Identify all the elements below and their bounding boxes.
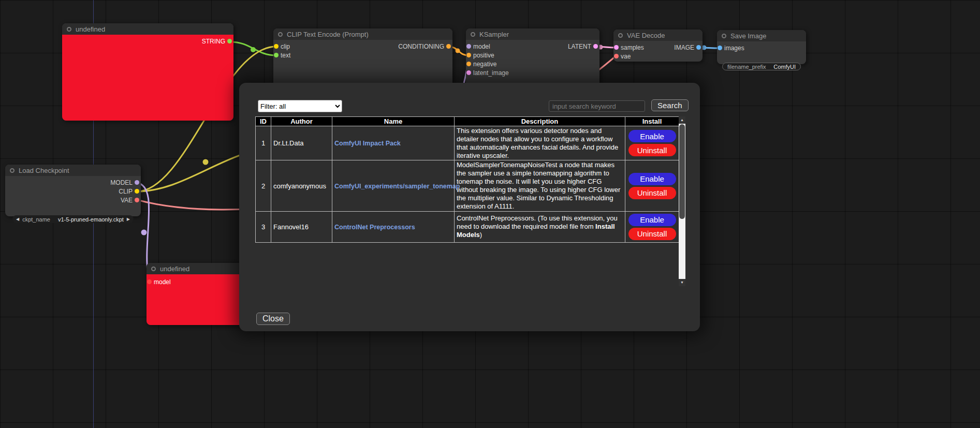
enable-button[interactable]: Enable — [628, 214, 676, 226]
image-slot-icon[interactable] — [696, 45, 701, 50]
output-slot-conditioning[interactable]: CONDITIONING — [398, 43, 444, 50]
ckpt-name-widget[interactable]: ◀ ckpt_name v1-5-pruned-emaonly.ckpt ▶ — [12, 215, 134, 223]
node-title-bar[interactable]: KSampler — [466, 28, 599, 40]
slot-row: positive — [466, 51, 599, 60]
collapse-dot-icon[interactable] — [10, 168, 14, 173]
clip-slot-icon[interactable] — [274, 44, 279, 49]
slot-row: samples IMAGE — [613, 43, 703, 52]
search-input[interactable] — [549, 100, 645, 112]
table-row: 3 Fannovel16 ControlNet Preprocessors Co… — [256, 211, 679, 242]
output-slot-model[interactable]: MODEL — [110, 179, 133, 186]
table-scrollbar[interactable]: ▲ ▼ — [679, 116, 685, 286]
input-slot-model[interactable]: model — [154, 278, 171, 286]
node-title-bar[interactable]: undefined — [62, 23, 233, 35]
next-arrow-icon[interactable]: ▶ — [127, 215, 130, 223]
images-slot-icon[interactable] — [718, 46, 722, 50]
enable-button[interactable]: Enable — [628, 173, 676, 185]
filter-select[interactable]: Filter: all — [258, 100, 342, 112]
cell-author: Fannovel16 — [271, 211, 332, 242]
extension-link[interactable]: ComfyUI_experiments/sampler_tonemap — [334, 183, 460, 190]
slot-row: vae — [613, 52, 703, 61]
node-title-bar[interactable]: Save Image — [717, 30, 806, 41]
input-slot-text[interactable]: text — [281, 52, 290, 59]
input-slot-images[interactable]: images — [724, 45, 744, 52]
collapse-dot-icon[interactable] — [67, 27, 71, 32]
scrollbar-thumb[interactable] — [679, 124, 685, 219]
latent-slot-icon[interactable] — [593, 44, 598, 49]
collapse-dot-icon[interactable] — [471, 32, 475, 37]
collapse-dot-icon[interactable] — [151, 267, 156, 271]
scroll-up-icon[interactable]: ▲ — [679, 116, 685, 124]
table-row: 2 comfyanonymous ComfyUI_experiments/sam… — [256, 160, 679, 211]
text-slot-icon[interactable] — [274, 53, 279, 57]
slot-label: STRING — [202, 38, 225, 45]
input-slot-latent-image[interactable]: latent_image — [473, 69, 509, 77]
filename-prefix-widget[interactable]: filename_prefix ComfyUI — [722, 63, 801, 70]
node-load-checkpoint[interactable]: Load Checkpoint MODEL CLIP VAE ◀ ckpt_na… — [5, 165, 141, 216]
node-title-bar[interactable]: CLIP Text Encode (Prompt) — [273, 28, 452, 40]
uninstall-button[interactable]: Uninstall — [628, 228, 676, 240]
vae-slot-icon[interactable] — [614, 54, 619, 58]
cell-description: ModelSamplerTonemapNoiseTest a node that… — [455, 160, 625, 211]
collapse-dot-icon[interactable] — [278, 32, 283, 37]
node-title-bar[interactable]: Load Checkpoint — [5, 165, 141, 176]
model-slot-icon[interactable] — [135, 180, 139, 185]
header-description: Description — [455, 117, 625, 126]
header-name: Name — [332, 117, 455, 126]
node-title: undefined — [76, 25, 105, 33]
uninstall-button[interactable]: Uninstall — [628, 144, 676, 156]
node-title-bar[interactable]: VAE Decode — [613, 29, 703, 41]
slot-row: text — [273, 51, 452, 60]
extension-link[interactable]: ControlNet Preprocessors — [334, 224, 415, 231]
output-slot-clip[interactable]: CLIP — [119, 188, 133, 195]
cell-author: Dr.Lt.Data — [271, 126, 332, 160]
header-install: Install — [625, 117, 679, 126]
node-save-image[interactable]: Save Image images filename_prefix ComfyU… — [717, 30, 806, 64]
node-body: model LATENT positive negative latent_im… — [466, 40, 599, 77]
enable-button[interactable]: Enable — [628, 130, 676, 142]
conditioning-slot-icon[interactable] — [446, 44, 451, 49]
cell-install: Enable Uninstall — [625, 211, 679, 242]
input-slot-positive[interactable]: positive — [473, 52, 494, 59]
widget-value: ComfyUI — [773, 64, 796, 70]
string-slot-icon[interactable] — [227, 39, 232, 43]
cell-id: 1 — [256, 126, 271, 160]
uninstall-button[interactable]: Uninstall — [628, 187, 676, 199]
collapse-dot-icon[interactable] — [618, 33, 623, 38]
cell-install: Enable Uninstall — [625, 160, 679, 211]
node-canvas[interactable]: undefined STRING CLIP Text Encode (Promp… — [0, 0, 980, 428]
node-body: clip CONDITIONING text — [273, 40, 452, 60]
output-slot-vae[interactable]: VAE — [121, 197, 133, 204]
samples-slot-icon[interactable] — [614, 45, 619, 50]
clip-slot-icon[interactable] — [135, 189, 139, 194]
model-slot-icon[interactable] — [466, 44, 471, 49]
node-vae-decode[interactable]: VAE Decode samples IMAGE vae — [613, 29, 703, 62]
cell-install: Enable Uninstall — [625, 126, 679, 160]
node-body: samples IMAGE vae — [613, 41, 703, 61]
node-title: VAE Decode — [627, 32, 665, 39]
prev-arrow-icon[interactable]: ◀ — [16, 215, 19, 223]
collapse-dot-icon[interactable] — [722, 34, 726, 38]
positive-slot-icon[interactable] — [466, 53, 471, 57]
node-undefined-top[interactable]: undefined STRING — [62, 23, 233, 121]
input-slot-negative[interactable]: negative — [473, 61, 496, 68]
negative-slot-icon[interactable] — [466, 62, 471, 66]
latent-image-slot-icon[interactable] — [466, 70, 471, 75]
model-slot-icon[interactable] — [147, 279, 152, 284]
input-slot-model[interactable]: model — [473, 43, 490, 50]
input-slot-samples[interactable]: samples — [621, 44, 644, 51]
slot-row: negative — [466, 60, 599, 68]
output-slot-string[interactable]: STRING — [62, 37, 233, 46]
output-slot-latent[interactable]: LATENT — [568, 43, 591, 50]
search-button[interactable]: Search — [651, 99, 689, 111]
output-slot-image[interactable]: IMAGE — [674, 44, 694, 51]
input-slot-clip[interactable]: clip — [281, 43, 290, 50]
table-row: 1 Dr.Lt.Data ComfyUI Impact Pack This ex… — [256, 126, 679, 160]
scroll-down-icon[interactable]: ▼ — [679, 279, 685, 286]
vae-slot-icon[interactable] — [135, 198, 139, 202]
extension-link[interactable]: ComfyUI Impact Pack — [334, 140, 401, 147]
slot-row: VAE — [5, 196, 141, 204]
close-button[interactable]: Close — [256, 313, 290, 325]
slot-row: MODEL — [5, 178, 141, 187]
input-slot-vae[interactable]: vae — [621, 53, 631, 60]
